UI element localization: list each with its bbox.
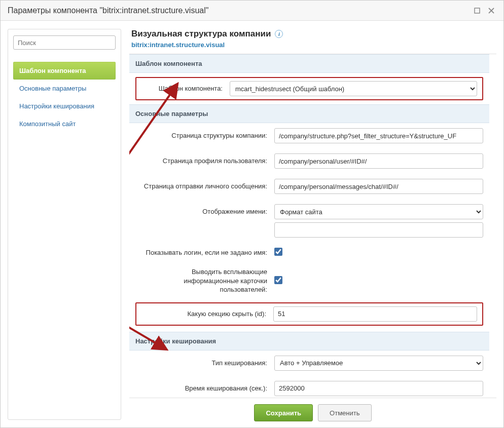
select-cache-type[interactable]: Авто + Управляемое	[274, 356, 483, 371]
checkbox-popup-cards[interactable]	[274, 276, 282, 284]
label-hide-section: Какую секцию скрыть (id):	[141, 309, 266, 319]
row-message-page: Страница отправки личного сообщения:	[129, 174, 489, 199]
row-cache-type: Тип кеширования: Авто + Управляемое	[129, 351, 489, 376]
section-head-template: Шаблон компонента	[129, 54, 489, 73]
titlebar: Параметры компонента "bitrix:intranet.st…	[1, 1, 503, 21]
component-id: bitrix:intranet.structure.visual	[131, 41, 494, 49]
close-icon[interactable]	[486, 6, 496, 16]
label-cache-type: Тип кеширования:	[135, 359, 267, 368]
input-profile-page[interactable]	[274, 153, 483, 169]
checkbox-show-login[interactable]	[274, 248, 282, 256]
label-profile-page: Страница профиля пользователя:	[135, 157, 267, 166]
select-template[interactable]: mcart_hidestrusect (Общий шаблон)	[230, 81, 477, 96]
form-scroll[interactable]: Шаблон компонента Шаблон компонента: mca…	[129, 54, 496, 398]
input-structure-page[interactable]	[274, 128, 483, 143]
sidebar-item-cache[interactable]: Настройки кеширования	[13, 97, 116, 115]
input-name-display-extra[interactable]	[274, 222, 483, 238]
input-message-page[interactable]	[274, 179, 483, 194]
label-template: Шаблон компонента:	[141, 84, 223, 93]
label-cache-time: Время кеширования (сек.):	[135, 384, 267, 393]
label-message-page: Страница отправки личного сообщения:	[135, 182, 267, 191]
cancel-button[interactable]: Отменить	[318, 404, 371, 421]
sidebar: Шаблон компонента Основные параметры Нас…	[8, 29, 121, 420]
row-name-display: Отображение имени: Формат сайта	[129, 199, 489, 243]
svg-rect-0	[475, 8, 480, 13]
label-show-login: Показывать логин, если не задано имя:	[135, 248, 267, 257]
row-cache-time: Время кеширования (сек.):	[129, 376, 489, 398]
section-head-cache: Настройки кеширования	[129, 332, 489, 351]
sidebar-item-template[interactable]: Шаблон компонента	[13, 62, 116, 80]
input-cache-time[interactable]	[274, 381, 483, 396]
sidebar-item-basic[interactable]: Основные параметры	[13, 80, 116, 97]
row-profile-page: Страница профиля пользователя:	[129, 148, 489, 174]
sidebar-item-composite[interactable]: Композитный сайт	[13, 115, 116, 133]
input-hide-section[interactable]	[273, 306, 477, 322]
save-button[interactable]: Сохранить	[254, 404, 313, 421]
window-title: Параметры компонента "bitrix:intranet.st…	[8, 6, 468, 15]
label-name-display: Отображение имени:	[135, 204, 267, 216]
maximize-icon[interactable]	[472, 6, 482, 16]
label-popup-cards: Выводить всплывающие информационные карт…	[135, 267, 267, 294]
label-structure-page: Страница структуры компании:	[135, 131, 267, 140]
main-panel: Визуальная структура компании i bitrix:i…	[129, 29, 496, 427]
row-template: Шаблон компонента: mcart_hidestrusect (О…	[135, 77, 483, 100]
sidebar-nav: Шаблон компонента Основные параметры Нас…	[13, 62, 116, 133]
dialog-footer: Сохранить Отменить	[129, 398, 496, 427]
dialog-window: Параметры компонента "bitrix:intranet.st…	[0, 0, 504, 428]
main-header: Визуальная структура компании i bitrix:i…	[129, 29, 496, 54]
row-hide-section: Какую секцию скрыть (id):	[135, 302, 483, 326]
row-show-login: Показывать логин, если не задано имя:	[129, 243, 489, 262]
info-icon[interactable]: i	[275, 30, 283, 38]
section-head-basic: Основные параметры	[129, 104, 489, 123]
row-structure-page: Страница структуры компании:	[129, 123, 489, 148]
page-title: Визуальная структура компании	[131, 29, 271, 39]
row-popup-cards: Выводить всплывающие информационные карт…	[129, 262, 489, 299]
select-name-display[interactable]: Формат сайта	[274, 204, 483, 219]
search-input[interactable]	[13, 35, 116, 50]
